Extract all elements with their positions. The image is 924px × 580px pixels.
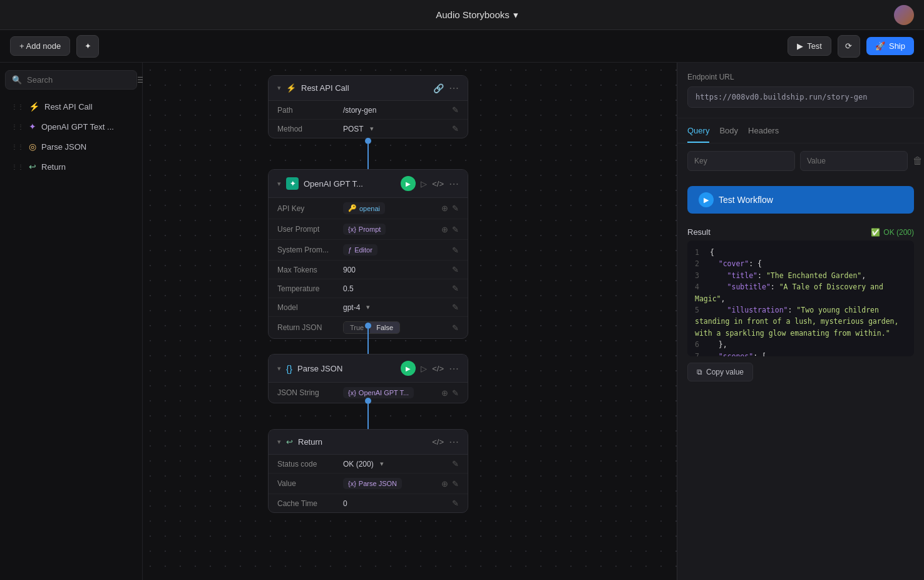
more-icon[interactable]: ⋯: [449, 178, 459, 190]
main-area: 🔍 ☰ ⋮⋮ ⚡ Rest API Call ⋮⋮ ✦ OpenAI GPT T…: [0, 63, 924, 580]
edit-icon[interactable]: ✎: [452, 265, 459, 274]
play-outline-icon[interactable]: ▷: [421, 364, 427, 373]
toolbar-left: + Add node ✦: [10, 35, 99, 58]
canvas: ▾ ⚡ Rest API Call 🔗 ⋯ Path /story-gen ✎: [143, 63, 677, 580]
tab-headers[interactable]: Headers: [748, 126, 779, 143]
panel-tabs: Query Body Headers: [677, 118, 924, 143]
ship-button[interactable]: 🚀 Ship: [866, 37, 914, 55]
ok-text: OK (200): [883, 228, 914, 237]
link-icon[interactable]: 🔗: [433, 83, 444, 93]
code-icon[interactable]: </>: [432, 364, 444, 373]
add-node-button[interactable]: + Add node: [10, 36, 70, 56]
return-json-toggle[interactable]: True False: [343, 321, 400, 334]
sidebar-item-parse-json[interactable]: ⋮⋮ ◎ Parse JSON: [5, 137, 137, 156]
rocket-icon: 🚀: [875, 41, 885, 51]
openai-node: ▾ ✦ OpenAI GPT T... ▶ ▷ </> ⋯ API Key 🔑: [268, 169, 468, 339]
search-input[interactable]: [27, 75, 132, 85]
variable-icon: {x}: [348, 225, 356, 233]
value-input[interactable]: [800, 151, 908, 171]
more-icon[interactable]: ⋯: [449, 363, 459, 375]
sidebar-item-return[interactable]: ⋮⋮ ↩ Return: [5, 157, 137, 176]
more-icon[interactable]: ⋯: [449, 82, 459, 94]
method-value: POST ▾: [343, 125, 446, 133]
edit-icon[interactable]: ✎: [452, 459, 459, 469]
user-prompt-chip: {x} Prompt: [343, 224, 386, 235]
value-chip: {x} Parse JSON: [343, 478, 402, 489]
edit-icon[interactable]: ✎: [452, 388, 459, 398]
api-key-value: 🔑 openai: [343, 202, 435, 214]
system-prompt-label: System Prom...: [277, 246, 337, 254]
key-input[interactable]: [687, 151, 795, 171]
return-json-false-btn[interactable]: False: [370, 322, 399, 333]
endpoint-url[interactable]: https://008vd0.buildship.run/story-gen: [687, 86, 914, 108]
api-key-chip: 🔑 openai: [343, 202, 385, 214]
edit-icon[interactable]: ✎: [452, 479, 459, 489]
json-string-label: JSON String: [277, 388, 337, 397]
return-icon: ↩: [29, 162, 36, 172]
model-value: gpt-4 ▾: [343, 303, 446, 312]
edit-icon[interactable]: ✎: [452, 204, 459, 213]
copy-icon[interactable]: ⊕: [441, 225, 448, 234]
api-node-icon: ⚡: [286, 83, 296, 93]
code-line-3: 3 "title": "The Enchanted Garden",: [695, 270, 906, 281]
history-button[interactable]: ⟳: [838, 35, 860, 58]
collapse-icon[interactable]: ▾: [277, 84, 281, 92]
collapse-icon[interactable]: ▾: [277, 365, 281, 373]
test-workflow-label: Test Workflow: [719, 195, 773, 205]
tab-query[interactable]: Query: [687, 126, 709, 143]
json-key: "scenes": [710, 352, 753, 356]
sidebar-item-rest-api[interactable]: ⋮⋮ ⚡ Rest API Call: [5, 97, 137, 116]
copy-icon[interactable]: ⊕: [441, 479, 448, 489]
copy-icon: ⧉: [697, 368, 702, 376]
parse-json-play-button[interactable]: ▶: [401, 361, 416, 376]
more-icon[interactable]: ⋯: [449, 436, 459, 448]
connector-dot: [365, 323, 371, 329]
max-tokens-row: Max Tokens 900 ✎: [269, 261, 468, 279]
sidebar-item-openai[interactable]: ⋮⋮ ✦ OpenAI GPT Text ...: [5, 117, 137, 136]
play-outline-icon[interactable]: ▷: [421, 179, 427, 189]
user-prompt-row: User Prompt {x} Prompt ⊕ ✎: [269, 219, 468, 240]
sidebar: 🔍 ☰ ⋮⋮ ⚡ Rest API Call ⋮⋮ ✦ OpenAI GPT T…: [0, 63, 143, 580]
test-label: Test: [807, 41, 822, 51]
ship-label: Ship: [889, 41, 905, 51]
edit-icon[interactable]: ✎: [452, 246, 459, 255]
tab-body[interactable]: Body: [719, 126, 738, 143]
topbar-right: [894, 5, 914, 25]
app-title-area[interactable]: Audio Storybooks ▾: [436, 9, 518, 21]
edit-icon[interactable]: ✎: [452, 303, 459, 312]
magic-wand-button[interactable]: ✦: [76, 35, 99, 58]
search-box[interactable]: 🔍 ☰: [5, 70, 137, 90]
copy-icon[interactable]: ⊕: [441, 204, 448, 213]
edit-icon[interactable]: ✎: [452, 323, 459, 333]
test-workflow-button[interactable]: ▶ Test Workflow: [687, 186, 914, 214]
endpoint-label: Endpoint URL: [687, 73, 914, 81]
collapse-icon[interactable]: ▾: [277, 180, 281, 188]
openai-play-button[interactable]: ▶: [401, 176, 416, 191]
edit-icon[interactable]: ✎: [452, 284, 459, 293]
model-label: Model: [277, 303, 337, 312]
json-brace: {: [710, 248, 714, 257]
copy-icon[interactable]: ⊕: [441, 388, 448, 398]
rest-api-path-row: Path /story-gen ✎: [269, 101, 468, 120]
line-num: 5: [695, 306, 699, 314]
json-string-chip: {x} OpenAI GPT T...: [343, 387, 414, 398]
code-icon[interactable]: </>: [432, 437, 444, 447]
avatar[interactable]: [894, 5, 914, 25]
copy-value-button[interactable]: ⧉ Copy value: [687, 363, 753, 381]
test-button[interactable]: ▶ Test: [788, 36, 831, 56]
edit-icon[interactable]: ✎: [452, 225, 459, 234]
edit-icon[interactable]: ✎: [452, 124, 459, 133]
parse-json-header-icons: ▶ ▷ </> ⋯: [401, 361, 459, 376]
code-icon[interactable]: </>: [432, 179, 444, 189]
delete-kv-button[interactable]: 🗑: [913, 155, 923, 167]
value-row: Value {x} Parse JSON ⊕ ✎: [269, 474, 468, 494]
value-icons: ⊕ ✎: [441, 479, 459, 489]
return-header: ▾ ↩ Return </> ⋯: [269, 430, 468, 455]
edit-icon[interactable]: ✎: [452, 105, 459, 115]
topbar: Audio Storybooks ▾: [0, 0, 924, 30]
cache-time-icons: ✎: [452, 499, 459, 508]
edit-icon[interactable]: ✎: [452, 499, 459, 508]
toolbar-right: ▶ Test ⟳ 🚀 Ship: [788, 35, 914, 58]
add-node-label: + Add node: [19, 41, 61, 51]
collapse-icon[interactable]: ▾: [277, 438, 281, 446]
